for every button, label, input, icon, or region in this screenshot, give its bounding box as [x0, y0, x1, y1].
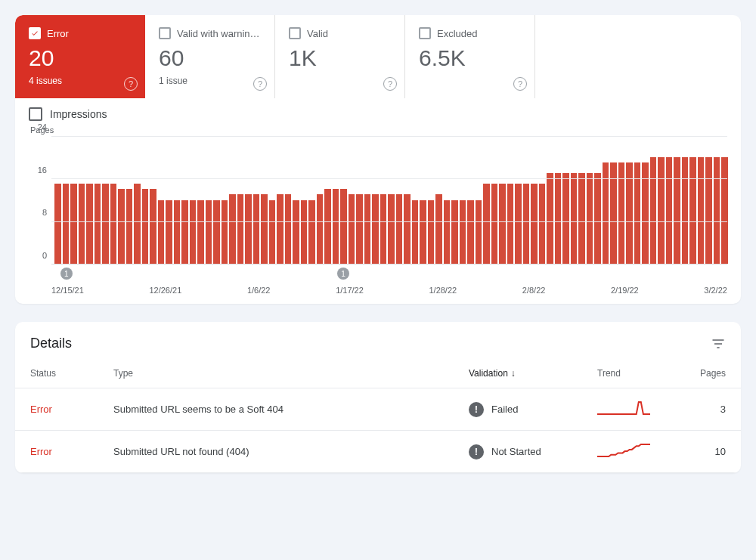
status-sub: 1 issue [159, 76, 261, 86]
bar [603, 162, 609, 264]
row-type: Submitted URL seems to be a Soft 404 [98, 388, 454, 431]
bar [562, 173, 569, 264]
bar [618, 162, 625, 264]
col-pages[interactable]: Pages [680, 359, 741, 388]
bar [253, 194, 260, 264]
bar [587, 173, 593, 264]
bar [515, 184, 522, 264]
table-row[interactable]: ErrorSubmitted URL seems to be a Soft 40… [15, 388, 741, 431]
bar [388, 194, 395, 264]
plot-area [51, 136, 727, 265]
bar [158, 200, 165, 265]
checkbox-icon [419, 27, 431, 39]
bar [308, 200, 315, 265]
row-type: Submitted URL not found (404) [98, 431, 454, 473]
bar [650, 157, 657, 264]
bar [380, 194, 387, 264]
row-trend [582, 388, 680, 431]
bar [333, 189, 339, 264]
bar [261, 194, 268, 264]
bar [721, 157, 728, 264]
bar [412, 200, 419, 265]
bar [110, 184, 117, 264]
bar [181, 200, 188, 265]
x-tick: 12/15/21 [51, 286, 84, 295]
status-sub [419, 76, 521, 86]
bar [682, 157, 689, 264]
bar [174, 200, 181, 265]
bar [507, 184, 514, 264]
col-type[interactable]: Type [98, 359, 454, 388]
bar [94, 184, 101, 264]
status-card-excluded[interactable]: Excluded6.5K? [405, 15, 535, 98]
status-card-valid-with-warnin[interactable]: Valid with warnin…601 issue? [145, 15, 275, 98]
bar [324, 189, 331, 264]
col-trend[interactable]: Trend [582, 359, 680, 388]
y-tick: 0 [42, 251, 47, 260]
status-value: 60 [159, 45, 261, 71]
row-pages: 10 [680, 431, 741, 473]
bar [428, 200, 435, 265]
status-tabs: Error204 issues?Valid with warnin…601 is… [15, 15, 741, 98]
bar [420, 200, 426, 265]
table-row[interactable]: ErrorSubmitted URL not found (404)!Not S… [15, 431, 741, 473]
alert-icon: ! [469, 402, 484, 417]
bar [86, 184, 93, 264]
sort-desc-icon: ↓ [511, 368, 516, 379]
bar [499, 184, 506, 264]
bar [698, 157, 705, 264]
bar [237, 194, 244, 264]
bar [658, 157, 665, 264]
status-card-valid[interactable]: Valid1K? [275, 15, 405, 98]
bar [444, 200, 451, 265]
col-validation[interactable]: Validation↓ [454, 359, 582, 388]
bar [277, 194, 284, 264]
bar [356, 194, 363, 264]
bar [102, 184, 109, 264]
checkbox-icon [159, 27, 171, 39]
filter-icon[interactable] [711, 336, 726, 351]
bar [229, 194, 236, 264]
x-tick: 1/17/22 [336, 286, 364, 295]
status-value: 20 [29, 45, 132, 71]
bar [714, 157, 720, 264]
alert-icon: ! [469, 444, 484, 459]
bar [689, 157, 696, 264]
y-tick: 16 [38, 166, 47, 175]
bar [63, 184, 70, 264]
bar [555, 173, 562, 264]
help-icon[interactable]: ? [383, 77, 397, 91]
x-tick: 3/2/22 [704, 286, 727, 295]
x-tick: 1/6/22 [247, 286, 271, 295]
bar [460, 200, 466, 265]
status-label: Valid [307, 28, 328, 39]
bar [674, 157, 680, 264]
help-icon[interactable]: ? [513, 77, 527, 91]
row-validation: !Failed [469, 402, 567, 417]
bar [206, 200, 212, 265]
checkbox-icon [29, 27, 41, 39]
bar [142, 189, 149, 264]
bar [150, 189, 156, 264]
col-status[interactable]: Status [15, 359, 98, 388]
bar [349, 194, 355, 264]
help-icon[interactable]: ? [124, 77, 138, 91]
bar [340, 189, 347, 264]
impressions-toggle[interactable]: Impressions [15, 98, 741, 125]
bar [666, 157, 673, 264]
bar [451, 200, 458, 265]
bar [197, 200, 204, 265]
chart: Pages 081624 11 12/15/2112/26/211/6/221/… [15, 125, 741, 304]
status-sub [289, 76, 391, 86]
x-tick: 2/8/22 [522, 286, 546, 295]
status-card-error[interactable]: Error204 issues? [15, 15, 145, 98]
checkbox-icon [29, 107, 42, 121]
bar [404, 194, 411, 264]
bar [372, 194, 379, 264]
bar [523, 184, 530, 264]
row-pages: 3 [680, 388, 741, 431]
help-icon[interactable]: ? [253, 77, 267, 91]
bar [126, 189, 133, 264]
status-sub: 4 issues [29, 76, 132, 86]
row-status: Error [30, 404, 52, 415]
